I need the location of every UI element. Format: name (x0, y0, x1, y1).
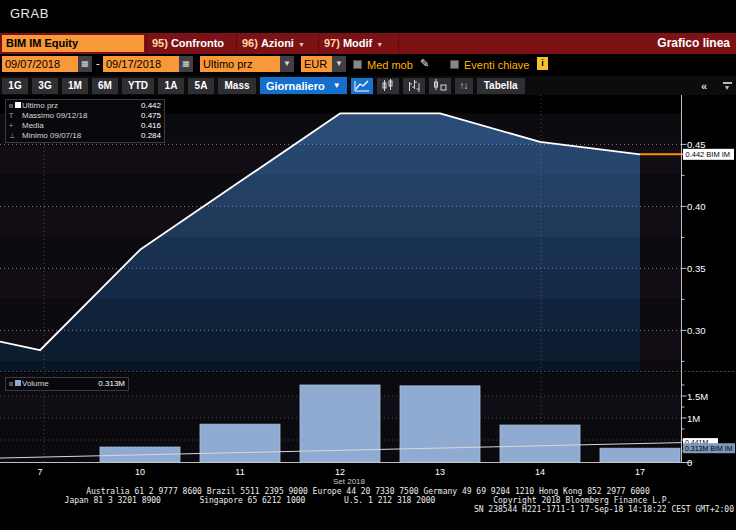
volume-bar[interactable] (600, 448, 680, 462)
legend-row-last: Ultimo prz 0.442 (9, 101, 161, 111)
price-axis-label: 0.45 (687, 139, 706, 150)
legend-row-mean: + Media 0.416 (9, 121, 161, 131)
menu-bar: BIM IM Equity 95)Confronto 96)Azioni▼ 97… (0, 33, 736, 54)
pencil-icon[interactable]: ✎ (420, 57, 429, 70)
menu-item-modif[interactable]: 97)Modif▼ (324, 33, 383, 54)
period-button-ytd[interactable]: YTD (122, 78, 154, 94)
menu-item-number: 97) (324, 37, 340, 49)
x-axis-label: 10 (135, 467, 145, 477)
period-button-3g[interactable]: 3G (32, 78, 58, 94)
menu-item-label: Azioni (261, 37, 294, 49)
security-ticker-input[interactable]: BIM IM Equity (2, 35, 144, 52)
date-to-input[interactable]: 09/17/2018 (103, 56, 179, 72)
calendar-icon[interactable]: ▦ (179, 56, 193, 72)
period-button-mass[interactable]: Mass (218, 78, 256, 94)
price-field-select[interactable]: Ultimo prz (200, 56, 280, 72)
menu-item-azioni[interactable]: 96)Azioni▼ (242, 33, 305, 54)
volume-bar[interactable] (200, 424, 280, 462)
frequency-dropdown[interactable]: Giornaliero ▼ (260, 77, 347, 94)
volume-bar[interactable] (400, 386, 480, 462)
legend-label: Minimo 09/07/18 (22, 131, 81, 141)
menu-item-label: Confronto (171, 37, 224, 49)
legend-label: Volume (22, 379, 49, 389)
legend-row-volume: Volume 0.313M (9, 379, 125, 389)
x-axis-label: 12 (335, 467, 345, 477)
footer-terminal-info: SN 238544 H221-1711-1 17-Sep-18 14:18:22… (0, 506, 736, 515)
chevron-down-icon[interactable]: ▼ (332, 56, 346, 72)
legend-value: 0.475 (133, 111, 161, 121)
eventi-chiave-checkbox[interactable] (450, 60, 459, 69)
date-range-separator: - (96, 57, 100, 69)
table-button[interactable]: Tabella (477, 78, 525, 94)
chevron-down-icon: ▼ (333, 81, 341, 90)
price-axis-label: 0.30 (687, 325, 706, 336)
med-mob-label: Med mob (367, 57, 413, 73)
x-axis-month-label: Set 2018 (333, 477, 366, 486)
period-button-5a[interactable]: 5A (188, 78, 214, 94)
legend-value: 0.284 (133, 131, 161, 141)
high-marker-icon: T (9, 111, 22, 121)
panel-collapse-icon[interactable]: ▼ (718, 78, 736, 94)
legend-label: Ultimo prz (22, 101, 58, 111)
price-axis-label: 0.35 (687, 263, 706, 274)
date-from-input[interactable]: 09/07/2018 (2, 56, 78, 72)
menu-item-label: Modif (343, 37, 372, 49)
series-swatch-icon (9, 101, 22, 111)
page-title: Grafico linea (657, 33, 730, 54)
x-axis-label: 14 (535, 467, 545, 477)
volume-legend[interactable]: Volume 0.313M (5, 377, 129, 391)
price-legend[interactable]: Ultimo prz 0.442 T Massimo 09/12/18 0.47… (5, 99, 165, 143)
last-volume-tag-label: 0.313M BIM IM (685, 445, 733, 452)
chevron-down-icon[interactable]: ▼ (280, 56, 294, 72)
legend-value: 0.416 (133, 121, 161, 131)
period-button-1g[interactable]: 1G (2, 78, 28, 94)
x-axis-label: 7 (37, 467, 42, 477)
chevron-down-icon: ▼ (298, 41, 305, 48)
x-axis-label: 11 (235, 467, 244, 477)
candle-volume-chart-icon[interactable] (429, 78, 451, 94)
period-button-6m[interactable]: 6M (92, 78, 118, 94)
last-price-tag-label: 0.442 BIM IM (686, 150, 731, 159)
x-axis-label: 13 (435, 467, 445, 477)
menu-item-confronto[interactable]: 95)Confronto (152, 33, 224, 54)
menu-separator (318, 33, 319, 54)
legend-row-low: ⊥ Minimo 09/07/18 0.284 (9, 131, 161, 141)
price-axis-label: 0.40 (687, 201, 706, 212)
candlestick-chart-icon[interactable] (377, 78, 399, 94)
currency-select[interactable]: EUR (301, 56, 332, 72)
volume-swatch-icon (9, 379, 22, 389)
chart-toolbar: 1G 3G 1M 6M YTD 1A 5A Mass Giornaliero ▼… (0, 76, 736, 95)
line-chart-icon[interactable] (351, 78, 373, 94)
ohlc-bar-chart-icon[interactable] (403, 78, 425, 94)
chevron-down-icon: ▼ (724, 85, 731, 90)
legend-value: 0.313M (90, 379, 125, 389)
menu-separator (236, 33, 237, 54)
menu-separator (398, 33, 399, 54)
frequency-label: Giornaliero (266, 80, 325, 92)
range-toolbar: 09/07/2018 ▦ - 09/17/2018 ▦ Ultimo prz ▼… (0, 55, 736, 75)
volume-bar[interactable] (500, 425, 580, 462)
mean-marker-icon: + (9, 121, 22, 131)
menu-separator (146, 33, 147, 54)
info-icon[interactable]: i (537, 57, 548, 70)
collapse-left-icon[interactable]: « (694, 78, 714, 94)
volume-zero-label: 0 (687, 457, 692, 468)
period-button-1m[interactable]: 1M (62, 78, 88, 94)
low-marker-icon: ⊥ (9, 131, 22, 141)
legend-value: 0.442 (133, 101, 161, 111)
eventi-chiave-label: Eventi chiave (464, 57, 529, 73)
legend-label: Media (22, 121, 44, 131)
x-axis-label: 17 (635, 467, 645, 477)
chevron-down-icon: ▼ (376, 41, 383, 48)
med-mob-checkbox[interactable] (353, 60, 362, 69)
menu-item-number: 95) (152, 37, 168, 49)
volume-axis-label: 1M (687, 413, 700, 424)
calendar-icon[interactable]: ▦ (78, 56, 92, 72)
volume-axis-label: 1.5M (687, 391, 708, 402)
sort-updown-icon[interactable]: ↑↓ (455, 78, 473, 94)
menu-item-number: 96) (242, 37, 258, 49)
legend-label: Massimo 09/12/18 (22, 111, 87, 121)
period-button-1a[interactable]: 1A (158, 78, 184, 94)
legend-row-high: T Massimo 09/12/18 0.475 (9, 111, 161, 121)
